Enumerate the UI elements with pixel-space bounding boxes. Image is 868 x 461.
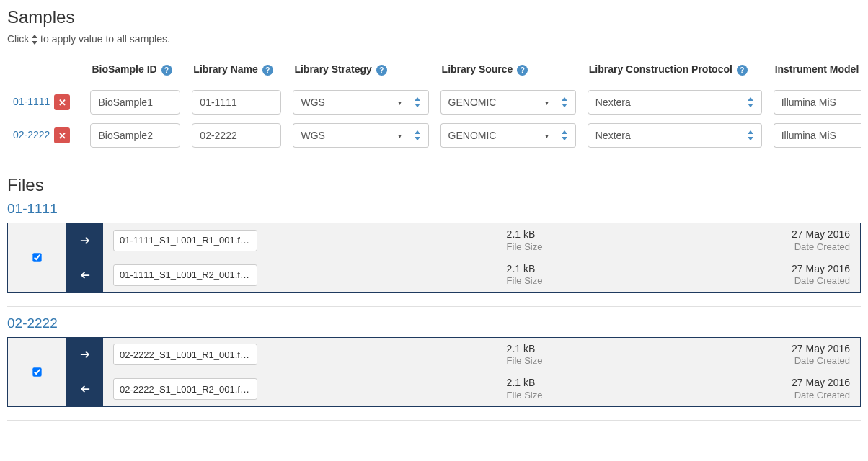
file-date-label: Date Created [792, 390, 850, 401]
arrow-right-icon[interactable] [67, 223, 103, 258]
file-pair-checkbox-cell [8, 338, 67, 407]
col-label: Instrument Model [775, 63, 859, 75]
file-date-label: Date Created [792, 355, 850, 367]
samples-table: BioSample ID ? Library Name ? Library St… [7, 58, 861, 152]
apply-all-button[interactable] [740, 90, 762, 115]
filename-input[interactable] [113, 344, 257, 365]
col-library-source: Library Source ? [435, 58, 582, 86]
separator [7, 420, 861, 421]
apply-all-button[interactable] [554, 123, 576, 148]
file-date-meta: 27 May 2016 Date Created [792, 263, 850, 287]
table-row: 02-2222 ✕ WGS GENOMIC [7, 119, 861, 152]
file-size-value: 2.1 kB [507, 228, 543, 241]
table-row: 01-1111 ✕ WGS GENOMIC [7, 86, 861, 119]
col-label: Library Strategy [294, 63, 371, 75]
file-pair-body: 2.1 kB File Size 27 May 2016 Date Create… [103, 223, 860, 292]
library-source-select[interactable]: GENOMIC [440, 123, 554, 148]
col-instrument-model: Instrument Model ? [768, 58, 861, 86]
file-date-meta: 27 May 2016 Date Created [792, 343, 850, 367]
arrow-left-icon[interactable] [67, 372, 103, 406]
file-size-label: File Size [507, 355, 543, 367]
col-biosample-id: BioSample ID ? [84, 58, 186, 86]
help-icon[interactable]: ? [376, 65, 387, 76]
col-label: BioSample ID [92, 63, 156, 75]
apply-all-button[interactable] [554, 90, 576, 115]
sample-link[interactable]: 01-1111 [13, 96, 50, 107]
file-size-label: File Size [507, 390, 543, 401]
files-title: Files [7, 175, 861, 195]
file-pair-block: 2.1 kB File Size 27 May 2016 Date Create… [7, 337, 861, 408]
file-date-value: 27 May 2016 [792, 377, 850, 390]
file-size-value: 2.1 kB [507, 263, 543, 276]
file-size-label: File Size [507, 275, 543, 287]
sort-icon [748, 97, 753, 107]
file-size-meta: 2.1 kB File Size [507, 343, 543, 367]
col-label: Library Construction Protocol [589, 63, 732, 75]
samples-title: Samples [7, 7, 861, 27]
help-icon[interactable]: ? [737, 65, 748, 76]
instrument-model-select[interactable]: Illumina MiS [774, 123, 861, 148]
file-size-label: File Size [507, 241, 543, 253]
file-row: 2.1 kB File Size 27 May 2016 Date Create… [103, 258, 860, 292]
separator [7, 306, 861, 307]
file-row: 2.1 kB File Size 27 May 2016 Date Create… [103, 223, 860, 258]
file-pair-checkbox[interactable] [32, 254, 41, 262]
library-name-input[interactable] [192, 90, 281, 115]
help-icon[interactable]: ? [262, 65, 273, 76]
library-source-select[interactable]: GENOMIC [440, 90, 554, 115]
sample-link[interactable]: 02-2222 [13, 129, 50, 140]
biosample-id-input[interactable] [90, 90, 180, 115]
remove-sample-button[interactable]: ✕ [54, 127, 70, 143]
library-name-input[interactable] [192, 123, 281, 148]
file-date-value: 27 May 2016 [792, 263, 850, 276]
col-library-construction-protocol: Library Construction Protocol ? [582, 58, 768, 86]
col-label: Library Source [442, 63, 513, 75]
file-row: 2.1 kB File Size 27 May 2016 Date Create… [103, 338, 860, 372]
instrument-model-select[interactable]: Illumina MiS [774, 90, 861, 115]
sort-icon [562, 97, 567, 107]
file-group-title[interactable]: 02-2222 [7, 315, 861, 331]
sort-icon [562, 130, 567, 140]
file-group-title[interactable]: 01-1111 [7, 201, 861, 217]
help-icon[interactable]: ? [517, 65, 528, 76]
help-icon[interactable]: ? [161, 65, 172, 76]
samples-horizontal-scroll[interactable]: BioSample ID ? Library Name ? Library St… [7, 58, 861, 158]
col-library-strategy: Library Strategy ? [287, 58, 434, 86]
file-pair-checkbox-cell [8, 223, 67, 292]
apply-all-button[interactable] [740, 123, 762, 148]
filename-input[interactable] [113, 378, 257, 400]
library-strategy-select[interactable]: WGS [293, 123, 407, 148]
sort-icon [32, 35, 37, 45]
file-size-meta: 2.1 kB File Size [507, 228, 543, 253]
file-date-value: 27 May 2016 [792, 343, 850, 356]
file-size-meta: 2.1 kB File Size [507, 377, 543, 401]
biosample-id-input[interactable] [90, 123, 180, 148]
file-size-meta: 2.1 kB File Size [507, 263, 543, 287]
file-date-meta: 27 May 2016 Date Created [792, 377, 850, 401]
file-size-value: 2.1 kB [507, 343, 543, 356]
file-date-value: 27 May 2016 [792, 228, 850, 241]
col-library-name: Library Name ? [186, 58, 287, 86]
filename-input[interactable] [113, 264, 257, 286]
samples-hint: Click to apply value to all samples. [7, 33, 861, 45]
hint-suffix: to apply value to all samples. [37, 33, 170, 45]
remove-sample-button[interactable]: ✕ [54, 94, 70, 110]
col-label: Library Name [193, 63, 257, 75]
file-pair-checkbox[interactable] [32, 367, 41, 376]
file-pair-body: 2.1 kB File Size 27 May 2016 Date Create… [103, 338, 860, 407]
file-date-label: Date Created [792, 275, 850, 287]
apply-all-button[interactable] [407, 90, 429, 115]
apply-all-button[interactable] [407, 123, 429, 148]
sort-icon [415, 97, 420, 107]
arrow-left-icon[interactable] [67, 258, 103, 292]
library-construction-protocol-input[interactable] [588, 123, 740, 148]
file-size-value: 2.1 kB [507, 377, 543, 390]
library-construction-protocol-input[interactable] [588, 90, 740, 115]
sort-icon [748, 130, 753, 140]
file-pair-arrow-cell [67, 223, 103, 292]
library-strategy-select[interactable]: WGS [293, 90, 407, 115]
file-row: 2.1 kB File Size 27 May 2016 Date Create… [103, 372, 860, 406]
hint-prefix: Click [7, 33, 32, 45]
arrow-right-icon[interactable] [67, 338, 103, 372]
filename-input[interactable] [113, 230, 257, 251]
